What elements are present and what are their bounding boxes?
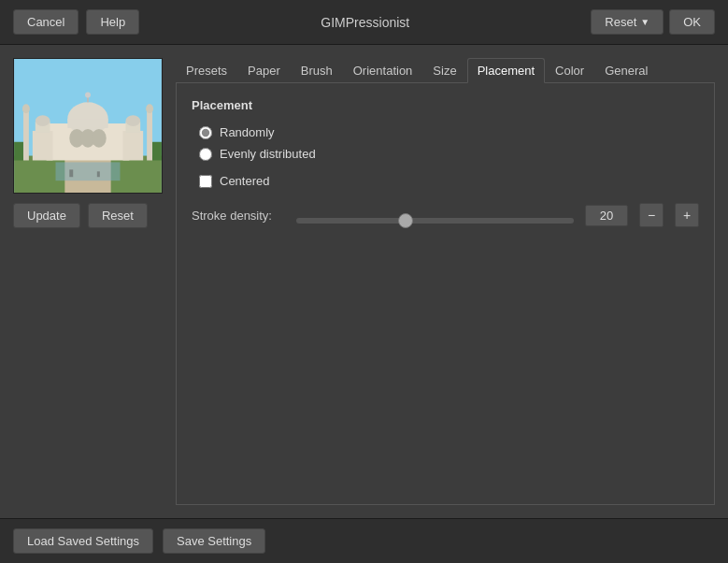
randomly-label: Randomly: [220, 125, 275, 139]
left-panel: Update Reset: [13, 58, 163, 505]
right-panel: Presets Paper Brush Orientation Size Pla…: [176, 58, 715, 505]
svg-rect-19: [147, 109, 152, 160]
svg-point-11: [36, 115, 50, 126]
bottombar: Load Saved Settings Save Settings: [0, 518, 728, 563]
tab-general[interactable]: General: [594, 58, 658, 82]
titlebar-left: Cancel Help: [13, 9, 139, 35]
stroke-density-row: Stroke density: 20 − +: [192, 203, 699, 227]
svg-rect-17: [23, 109, 29, 160]
left-buttons: Update Reset: [13, 203, 148, 228]
tabs: Presets Paper Brush Orientation Size Pla…: [176, 58, 715, 83]
svg-point-9: [85, 93, 91, 98]
tab-color[interactable]: Color: [545, 58, 594, 82]
chevron-down-icon: ▼: [640, 17, 649, 27]
cancel-button[interactable]: Cancel: [13, 9, 79, 35]
stroke-density-decrease-button[interactable]: −: [639, 203, 664, 227]
tab-brush[interactable]: Brush: [291, 58, 343, 82]
centered-label: Centered: [220, 174, 269, 188]
svg-rect-22: [14, 142, 23, 161]
reset-label: Reset: [605, 15, 636, 29]
tab-paper[interactable]: Paper: [237, 58, 291, 82]
svg-rect-23: [152, 142, 162, 161]
placement-radio-group: Randomly Evenly distributed: [192, 125, 699, 161]
svg-rect-25: [97, 171, 100, 177]
centered-checkbox[interactable]: [199, 175, 212, 188]
svg-rect-7: [67, 119, 107, 128]
svg-point-13: [125, 115, 140, 126]
evenly-label: Evenly distributed: [220, 147, 316, 161]
ok-button[interactable]: OK: [669, 9, 715, 35]
stroke-density-slider[interactable]: [296, 218, 574, 224]
centered-option[interactable]: Centered: [192, 174, 699, 188]
evenly-option[interactable]: Evenly distributed: [199, 147, 699, 161]
main-content: Update Reset Presets Paper Brush Orienta…: [0, 45, 728, 518]
save-settings-button[interactable]: Save Settings: [163, 528, 265, 554]
tab-presets[interactable]: Presets: [176, 58, 237, 82]
randomly-option[interactable]: Randomly: [199, 125, 699, 139]
stroke-density-increase-button[interactable]: +: [675, 203, 699, 227]
svg-rect-24: [69, 169, 73, 177]
svg-rect-4: [33, 131, 53, 161]
titlebar: Cancel Help GIMPressionist Reset ▼ OK: [0, 0, 728, 45]
randomly-radio[interactable]: [199, 126, 212, 139]
stroke-density-label: Stroke density:: [192, 209, 285, 223]
update-button[interactable]: Update: [13, 203, 80, 228]
stroke-density-value[interactable]: 20: [585, 205, 628, 226]
tab-orientation[interactable]: Orientation: [343, 58, 423, 82]
help-button[interactable]: Help: [86, 9, 139, 35]
titlebar-right: Reset ▼ OK: [591, 9, 715, 35]
stroke-density-track: [296, 212, 574, 218]
svg-point-16: [92, 129, 107, 148]
tab-size[interactable]: Size: [422, 58, 466, 82]
reset-image-button[interactable]: Reset: [88, 203, 148, 228]
evenly-radio[interactable]: [199, 148, 212, 161]
svg-point-18: [22, 104, 30, 113]
app-title: GIMPressionist: [321, 15, 409, 30]
window: Cancel Help GIMPressionist Reset ▼ OK: [0, 0, 728, 563]
placement-section-title: Placement: [192, 98, 699, 112]
svg-rect-21: [55, 162, 120, 180]
svg-point-20: [146, 104, 153, 113]
svg-rect-5: [122, 131, 143, 161]
tab-placement[interactable]: Placement: [467, 58, 545, 83]
load-saved-settings-button[interactable]: Load Saved Settings: [13, 528, 153, 554]
reset-button[interactable]: Reset ▼: [591, 9, 664, 35]
preview-image: [13, 58, 163, 194]
placement-tab-content: Placement Randomly Evenly distributed Ce…: [176, 83, 715, 505]
